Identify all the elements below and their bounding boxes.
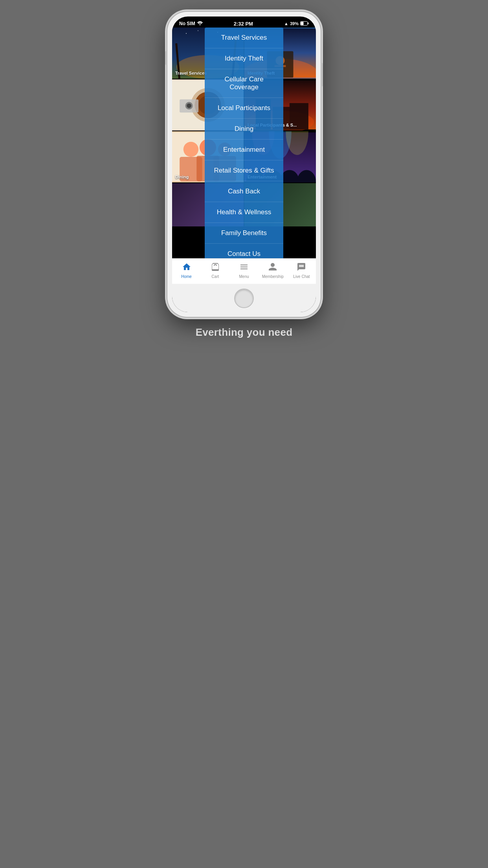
svg-point-0 — [199, 24, 200, 26]
svg-point-9 — [198, 30, 198, 31]
status-right: ▲ 39% — [284, 21, 309, 26]
cart-icon — [211, 262, 220, 273]
svg-point-23 — [187, 103, 191, 108]
svg-point-30 — [183, 142, 198, 157]
nav-livechat[interactable]: Live Chat — [287, 262, 316, 279]
nav-home-label: Home — [181, 274, 192, 279]
menu-item-cellular[interactable]: Cellular Care Coverage — [205, 69, 283, 98]
nav-home[interactable]: Home — [172, 262, 201, 279]
menu-overlay: Travel Services Identity Theft Cellular … — [205, 28, 283, 284]
phone-screen: No SIM 2:32 PM ▲ 39% — [172, 17, 316, 312]
nav-cart-label: Cart — [211, 274, 219, 279]
caption-text: Everthing you need — [196, 326, 293, 338]
menu-item-health[interactable]: Health & Wellness — [205, 202, 283, 223]
home-icon — [182, 262, 191, 273]
menu-item-dining[interactable]: Dining — [205, 119, 283, 140]
screen-content: No SIM 2:32 PM ▲ 39% — [172, 17, 316, 284]
location-icon: ▲ — [284, 21, 288, 26]
home-button[interactable] — [234, 289, 254, 308]
livechat-icon — [297, 262, 306, 273]
battery-icon — [300, 21, 309, 26]
nav-membership[interactable]: Membership — [259, 262, 287, 279]
home-button-area — [172, 284, 316, 312]
status-bar: No SIM 2:32 PM ▲ 39% — [172, 17, 316, 28]
nav-membership-label: Membership — [262, 274, 284, 279]
menu-item-travel[interactable]: Travel Services — [205, 28, 283, 48]
menu-item-family[interactable]: Family Benefits — [205, 223, 283, 244]
svg-rect-2 — [308, 22, 308, 24]
clock: 2:32 PM — [234, 21, 253, 27]
membership-icon — [268, 262, 277, 273]
cat-dining-label: Dining — [175, 175, 189, 179]
carrier-label: No SIM — [179, 21, 195, 26]
svg-rect-3 — [301, 22, 303, 25]
wifi-icon — [197, 21, 203, 26]
cat-travel-label: Travel Services — [175, 71, 207, 75]
menu-item-local[interactable]: Local Participants — [205, 98, 283, 119]
nav-menu-label: Menu — [239, 274, 249, 279]
nav-livechat-label: Live Chat — [293, 274, 310, 279]
nav-menu[interactable]: Menu — [229, 262, 258, 279]
svg-point-8 — [186, 33, 187, 34]
phone-frame: No SIM 2:32 PM ▲ 39% — [167, 12, 321, 317]
menu-item-entertainment[interactable]: Entertainment — [205, 140, 283, 160]
menu-icon — [239, 262, 249, 273]
menu-item-retail[interactable]: Retail Stores & Gifts — [205, 160, 283, 181]
bottom-nav: Home Cart Menu — [172, 258, 316, 284]
menu-item-cashback[interactable]: Cash Back — [205, 181, 283, 202]
status-left: No SIM — [179, 21, 203, 26]
menu-item-identity[interactable]: Identity Theft — [205, 48, 283, 69]
battery-percent: 39% — [290, 21, 299, 26]
nav-cart[interactable]: Cart — [201, 262, 229, 279]
